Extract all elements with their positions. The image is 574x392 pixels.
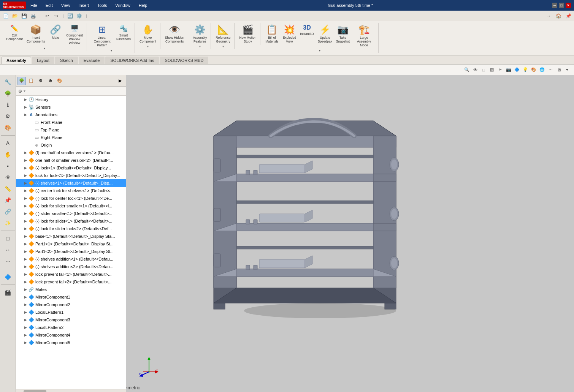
ribbon-new-motion-study[interactable]: 🎬 New MotionStudy [238,24,258,44]
tree-item-mirror2[interactable]: ▶ 🔷 MirrorComponent2 [16,301,126,308]
tree-item-origin[interactable]: ▶ ⊕ Origin [16,141,126,149]
expander-localpattern2[interactable]: ▶ [23,325,28,330]
tree-item-part1-1[interactable]: ▶ 🔶 Part1<1> (Default<<Default>_Display … [16,240,126,248]
menu-file[interactable]: File [29,2,39,8]
left-dim-icon[interactable]: ↔ [2,245,14,255]
sec-monitor-btn[interactable]: 🖥 [555,66,563,74]
tree-item-lock-center[interactable]: ▶ 🔶 (-) lock for center lock<1> (Default… [16,194,126,202]
tree-btn-appearance[interactable]: 🎨 [55,77,64,85]
sec-render-btn[interactable]: 🌐 [538,66,546,74]
sec-color-btn[interactable]: 🎨 [530,66,538,74]
expander-lock-slider[interactable]: ▶ [23,218,28,224]
tree-item-localpattern2[interactable]: ▶ 🔷 LocalLPattern2 [16,324,126,331]
left-annotation-icon[interactable]: A [2,138,14,149]
menu-tools[interactable]: Tools [96,2,109,8]
tree-item-lock-fall2[interactable]: ▶ 🔶 lock prevent fall<2> (Default<<Defau… [16,278,126,286]
left-move2-icon[interactable]: ✋ [2,149,14,160]
tree-btn-propertymanager[interactable]: 📋 [27,77,35,85]
tree-item-base[interactable]: ▶ 🔶 base<1> (Default<<Default>_Display S… [16,232,126,240]
tab-evaluate[interactable]: Evaluate [79,57,105,64]
ribbon-update-speedpak[interactable]: ⚡ UpdateSpeedpak [316,24,334,48]
ribbon-exploded-view[interactable]: 💥 ExplodedView [281,24,298,48]
expander-lock-fall2[interactable]: ▶ [23,279,28,285]
ribbon-large-assembly[interactable]: 🏗️ Large AssemblyMode [352,24,376,48]
sec-cam-btn[interactable]: 📷 [505,66,512,74]
tree-item-lock-slider[interactable]: ▶ 🔶 (-) lock for slider<1> (Default<<Def… [16,217,126,225]
menu-help[interactable]: Help [137,2,149,8]
home-button[interactable]: 🏠 [554,12,563,20]
open-button[interactable]: 📂 [11,12,19,20]
options-button[interactable]: ⚙️ [75,12,84,20]
expander-lock-slider-lock2[interactable]: ▶ [23,226,28,231]
tree-item-part1-2[interactable]: ▶ 🔶 Part1<2> (Default<<Default>_Display … [16,248,126,255]
expander-shelves-add1[interactable]: ▶ [23,256,28,262]
rebuild-button[interactable]: 🔄 [66,12,75,20]
tab-assembly[interactable]: Assembly [2,57,31,64]
filter-dropdown[interactable]: ▾ [24,89,25,93]
left-motion-icon[interactable]: 🎬 [2,287,14,298]
redo-button[interactable]: ↪ [52,12,60,20]
left-property-icon[interactable]: ℹ [2,100,14,110]
left-section-icon[interactable]: ▪ [2,161,14,171]
tree-item-comp2[interactable]: ▶ 🔶 one half of smaller version<2> (Defa… [16,156,126,164]
menu-window[interactable]: Window [114,2,132,8]
ribbon-bill-of-materials[interactable]: 📋 Bill ofMaterials [263,24,280,48]
maximize-button[interactable]: □ [559,3,564,8]
expander-history[interactable]: ▶ [23,97,28,102]
tree-btn-dimetric[interactable]: ⊕ [46,77,54,85]
sec-hide-btn[interactable]: ▧ [488,66,496,74]
tree-item-history[interactable]: ▶ 🕐 History [16,96,126,103]
ribbon-smart-fasteners[interactable]: 🔩 SmartFasteners [115,24,132,48]
tree-expand-all[interactable]: ▶ [116,77,124,85]
tree-item-mirror1[interactable]: ▶ 🔷 MirrorComponent1 [16,293,126,301]
tree-item-lock-fall1[interactable]: ▶ 🔶 lock prevent fall<1> (Default<<Defau… [16,270,126,278]
sec-more-btn[interactable]: ⋯ [547,66,554,74]
expander-part1-2[interactable]: ▶ [23,249,28,254]
tree-horizontal-scrollbar[interactable] [16,389,126,392]
new-button[interactable]: 📄 [2,12,10,20]
print-button[interactable]: 🖨️ [29,12,37,20]
tree-item-annotations[interactable]: ▶ A Annotations [16,111,126,119]
expander-base[interactable]: ▶ [23,234,28,239]
tree-item-shelves-add1[interactable]: ▶ 🔶 (-) shelves addition<1> (Default<<De… [16,255,126,263]
tree-item-comp4[interactable]: ▶ 🔶 lock for lock<1> (Default<<Default>_… [16,172,126,179]
sec-settings-btn[interactable]: ▾ [563,66,571,74]
close-button[interactable]: ✕ [566,3,571,8]
expander-comp4[interactable]: ▶ [23,173,28,178]
tree-item-center-lock[interactable]: ▶ 🔶 (-) center lock for shelves<1> (Defa… [16,187,126,194]
expander-mirror3[interactable]: ▶ [23,317,28,322]
sec-display-btn[interactable]: □ [480,66,487,74]
menu-insert[interactable]: Insert [77,2,90,8]
expander-lock-slider-small[interactable]: ▶ [23,203,28,209]
tab-layout[interactable]: Layout [32,57,54,64]
ribbon-linear-pattern[interactable]: ⊞ Linear ComponentPattern [90,24,114,48]
viewport-3d[interactable]: Y X Z *Dimetric [126,75,574,392]
arrow-button[interactable]: → [544,12,553,20]
tree-item-slider-small[interactable]: ▶ 🔶 (-) slider smaller<1> (Default<<Defa… [16,210,126,217]
expander-shelves1[interactable]: ▶ [23,180,28,186]
ribbon-assembly-features[interactable]: ⚙️ AssemblyFeatures [191,24,208,44]
tab-addins[interactable]: SOLIDWORKS Add-Ins [105,57,159,64]
expander-mirror5[interactable]: ▶ [23,340,28,345]
ribbon-edit-component[interactable]: ✏️ EditComponent [5,24,24,46]
tree-item-comp3[interactable]: ▶ 🔶 (-) lock<1> (Default<<Default>_Displ… [16,164,126,172]
ribbon-reference-geometry[interactable]: 📐 ReferenceGeometry [214,24,232,44]
left-measure-icon[interactable]: 📏 [2,183,14,194]
tree-item-front-plane[interactable]: ▶ ▭ Front Plane [16,119,126,126]
left-render-icon[interactable]: ✨ [2,218,14,228]
tree-btn-configmanager[interactable]: ⚙ [36,77,45,85]
left-config-icon[interactable]: ⚙ [2,111,14,122]
expander-annotations[interactable]: ▶ [23,112,28,117]
expander-lock-center[interactable]: ▶ [23,196,28,201]
left-assembly-icon[interactable]: 🔧 [2,77,14,87]
tree-item-localpattern1[interactable]: ▶ 🔷 LocalLPattern1 [16,308,126,316]
minimize-button[interactable]: ─ [552,3,557,8]
expander-comp3[interactable]: ▶ [23,165,28,171]
tree-item-mirror3[interactable]: ▶ 🔷 MirrorComponent3 [16,316,126,324]
expander-shelves-add2[interactable]: ▶ [23,264,28,269]
tab-mbd[interactable]: SOLIDWORKS MBD [160,57,208,64]
tree-item-lock-slider-lock2[interactable]: ▶ 🔶 (-) lock for slider lock<2> (Default… [16,225,126,232]
expander-comp2[interactable]: ▶ [23,158,28,163]
sec-search-icon[interactable]: 🔍 [463,66,471,74]
ribbon-instant3d[interactable]: 3D Instant3D [298,24,315,48]
